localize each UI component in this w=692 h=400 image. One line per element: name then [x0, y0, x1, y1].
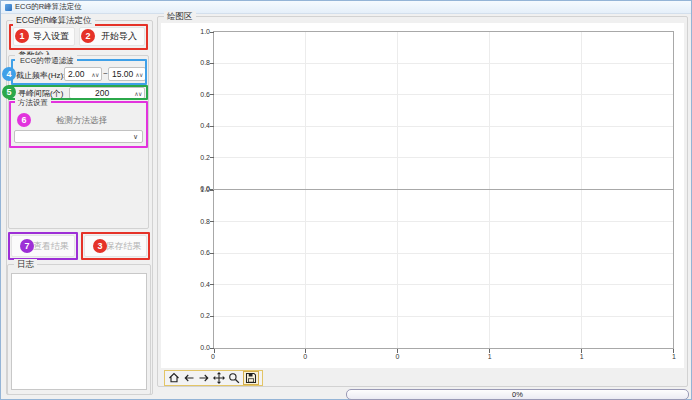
plot-area: 1.00.80.60.40.20.0 1.00.80.60.40.20.0: [213, 31, 674, 349]
range-separator: ~: [103, 69, 108, 78]
cutoff-low-value: 2.00: [65, 69, 91, 79]
detect-method-label: 检测方法选择: [56, 115, 107, 127]
pan-icon[interactable]: [213, 372, 225, 384]
subplot-top: 1.00.80.60.40.20.0: [213, 31, 674, 190]
peak-interval-value: 200: [70, 88, 134, 98]
save-results-label: 保存结果: [106, 240, 142, 253]
import-settings-label: 导入设置: [33, 30, 69, 43]
progress-bar-value: 0%: [512, 390, 523, 399]
forward-icon[interactable]: [198, 372, 210, 384]
bandpass-group-label: ECG的带通滤波: [17, 55, 77, 66]
subplot-bottom: 1.00.80.60.40.20.0: [213, 189, 674, 349]
spinner-arrows-icon[interactable]: ∧∨: [135, 71, 145, 78]
plot-panel-group-label: 绘图区: [164, 11, 196, 22]
detect-method-combobox[interactable]: ∨: [14, 130, 143, 143]
titlebar: ECG的R峰算法定位: [1, 1, 691, 14]
x-axis-tick-labels: 000111: [213, 353, 674, 363]
cutoff-low-spinbox[interactable]: 2.00 ∧∨: [64, 67, 102, 81]
annotation-circle-2: 2: [81, 29, 95, 43]
zoom-icon[interactable]: [228, 372, 240, 384]
view-results-label: 查看结果: [33, 240, 69, 253]
start-import-label: 开始导入: [101, 30, 137, 43]
plot-canvas[interactable]: 1.00.80.60.40.20.0 1.00.80.60.40.20.0 00…: [161, 23, 684, 368]
plot-toolbar: [164, 370, 263, 386]
peak-interval-spinbox[interactable]: 200 ∧∨: [69, 87, 145, 99]
progress-bar: 0%: [346, 389, 689, 400]
spinner-arrows-icon[interactable]: ∧∨: [91, 71, 101, 78]
chevron-down-icon: ∨: [133, 133, 142, 141]
cutoff-high-value: 15.00: [109, 69, 135, 79]
app-icon: [5, 4, 12, 11]
save-icon-frame: [243, 371, 259, 385]
annotation-circle-1: 1: [15, 29, 29, 43]
log-group-label: 日志: [14, 259, 37, 270]
cutoff-freq-label: 截止频率(Hz):: [16, 70, 65, 81]
method-group-label: 方法设置: [15, 97, 51, 108]
annotation-circle-5: 5: [2, 85, 16, 99]
window-title: ECG的R峰算法定位: [15, 2, 82, 12]
back-icon[interactable]: [183, 372, 195, 384]
home-icon[interactable]: [168, 372, 180, 384]
annotation-circle-6: 6: [17, 113, 31, 127]
annotation-circle-3: 3: [93, 239, 107, 253]
app-window: ECG的R峰算法定位 ECG的R峰算法定位 导入设置 开始导入 1 2 参数输入…: [0, 0, 692, 400]
spinner-arrows-icon[interactable]: ∧∨: [134, 90, 144, 97]
annotation-circle-4: 4: [2, 67, 16, 81]
annotation-circle-7: 7: [20, 239, 34, 253]
log-textarea[interactable]: [11, 273, 147, 390]
save-icon[interactable]: [245, 372, 257, 384]
cutoff-high-spinbox[interactable]: 15.00 ∧∨: [108, 67, 146, 81]
left-panel-group-label: ECG的R峰算法定位: [13, 15, 95, 26]
